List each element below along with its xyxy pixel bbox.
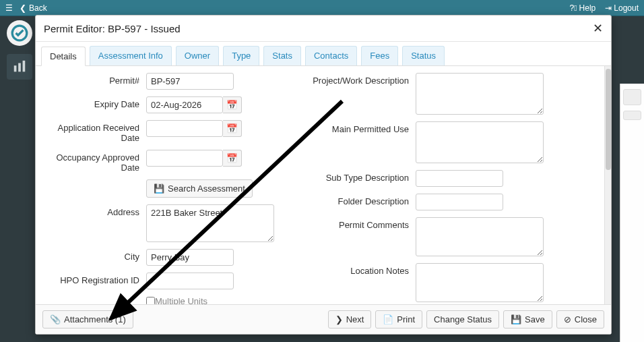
multiple-units-label: Multiple Units — [155, 296, 207, 304]
modal-title: Permit Editor: BP-597 - Issued — [44, 23, 181, 34]
logout-icon: ⇥ — [605, 3, 612, 13]
next-button[interactable]: ❯ Next — [328, 310, 372, 329]
back-label: Back — [29, 3, 47, 13]
sidebar-module-icon[interactable] — [7, 54, 32, 80]
tab-bar: Details Assessment Info Owner Type Stats… — [36, 42, 611, 66]
hpo-input[interactable] — [146, 273, 234, 289]
help-icon: ?⃝ — [570, 3, 577, 13]
svg-rect-3 — [23, 61, 26, 72]
folder-input[interactable] — [416, 194, 503, 210]
modal-body: Permit# Expiry Date 📅 Application Receiv… — [36, 66, 611, 304]
loc-notes-input[interactable] — [416, 263, 544, 302]
attachments-label: Attachments (1) — [64, 314, 126, 324]
comments-input[interactable] — [416, 217, 544, 256]
help-label: Help — [579, 3, 596, 13]
right-panel-background — [620, 84, 644, 342]
main-use-input[interactable] — [416, 121, 544, 163]
attachments-button[interactable]: 📎 Attachments (1) — [42, 310, 133, 329]
app-received-date-picker[interactable]: 📅 — [223, 120, 242, 137]
print-button[interactable]: 📄 Print — [375, 310, 422, 329]
ban-icon: ⊘ — [564, 314, 571, 324]
save-icon: 💾 — [511, 314, 521, 324]
tab-fees[interactable]: Fees — [361, 46, 398, 65]
help-link[interactable]: ?⃝ Help — [570, 3, 596, 13]
sub-type-input[interactable] — [416, 170, 503, 187]
address-input[interactable] — [146, 204, 274, 242]
calendar-icon: 📅 — [226, 100, 238, 110]
project-desc-input[interactable] — [416, 73, 544, 115]
app-received-input[interactable] — [146, 120, 223, 137]
expiry-date-input[interactable] — [146, 96, 223, 113]
calendar-icon: 📅 — [226, 153, 238, 163]
search-icon: 💾 — [154, 183, 164, 194]
project-desc-label: Project/Work Description — [308, 73, 416, 86]
logout-label: Logout — [614, 3, 639, 13]
paperclip-icon: 📎 — [50, 314, 61, 324]
back-button[interactable]: ❮ Back — [20, 3, 47, 13]
tab-type[interactable]: Type — [223, 46, 259, 65]
city-select[interactable] — [146, 249, 234, 266]
svg-rect-1 — [14, 65, 17, 72]
tab-owner[interactable]: Owner — [176, 46, 219, 65]
menu-icon[interactable]: ☰ — [5, 3, 13, 13]
chevron-right-icon: ❯ — [335, 314, 343, 324]
search-assessment-label: Search Assessment — [168, 183, 245, 194]
hpo-label: HPO Registration ID — [45, 273, 146, 285]
expiry-label: Expiry Date — [45, 96, 146, 109]
occ-approved-date-picker[interactable]: 📅 — [223, 150, 242, 167]
occ-approved-input[interactable] — [146, 150, 223, 167]
tab-status[interactable]: Status — [402, 46, 445, 65]
close-icon[interactable]: ✕ — [593, 21, 603, 36]
calendar-icon: 📅 — [226, 123, 238, 134]
tab-stats[interactable]: Stats — [263, 46, 301, 65]
city-label: City — [45, 249, 146, 262]
print-icon: 📄 — [383, 314, 393, 324]
permit-no-input[interactable] — [146, 73, 234, 90]
address-label: Address — [45, 204, 146, 217]
app-received-label: Application Received Date — [45, 120, 146, 143]
sub-type-label: Sub Type Description — [308, 170, 416, 183]
main-use-label: Main Permitted Use — [308, 121, 416, 134]
modal-header: Permit Editor: BP-597 - Issued ✕ — [36, 16, 611, 42]
loc-notes-label: Location Notes — [308, 263, 416, 276]
expiry-date-picker[interactable]: 📅 — [223, 96, 242, 113]
tab-contacts[interactable]: Contacts — [305, 46, 357, 65]
multiple-units-checkbox[interactable] — [146, 297, 155, 304]
search-assessment-button[interactable]: 💾 Search Assessment — [146, 179, 253, 198]
change-status-button[interactable]: Change Status — [426, 310, 499, 329]
modal-footer: 📎 Attachments (1) ❯ Next 📄 Print Change … — [36, 304, 611, 334]
permit-editor-modal: Permit Editor: BP-597 - Issued ✕ Details… — [35, 15, 612, 335]
app-topbar: ☰ ❮ Back ?⃝ Help ⇥ Logout — [0, 0, 644, 16]
body-scrollbar[interactable] — [604, 66, 611, 304]
occ-approved-label: Occupancy Approved Date — [45, 150, 146, 173]
tab-assessment-info[interactable]: Assessment Info — [90, 46, 172, 65]
app-logo — [7, 20, 32, 46]
folder-label: Folder Description — [308, 194, 416, 206]
comments-label: Permit Comments — [308, 217, 416, 230]
logout-link[interactable]: ⇥ Logout — [605, 3, 639, 13]
permit-no-label: Permit# — [45, 73, 146, 86]
close-button[interactable]: ⊘ Close — [556, 310, 604, 329]
tab-details[interactable]: Details — [41, 47, 86, 66]
save-button[interactable]: 💾 Save — [503, 310, 552, 329]
svg-rect-2 — [18, 63, 21, 72]
chevron-left-icon: ❮ — [20, 3, 26, 13]
